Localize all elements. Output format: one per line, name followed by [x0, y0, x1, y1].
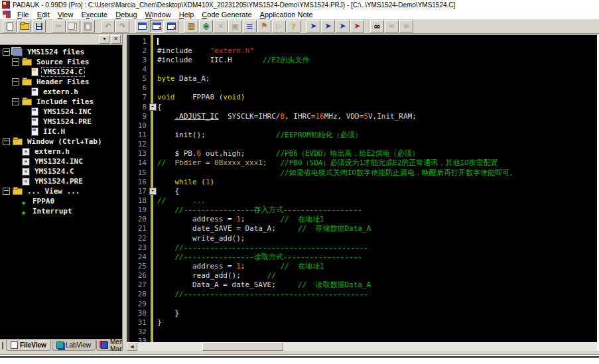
undo-button[interactable] — [101, 20, 115, 32]
menu-help[interactable]: Help — [175, 11, 198, 19]
program-writer-button[interactable] — [257, 20, 271, 32]
scroll-left-arrow-icon[interactable]: ◀ — [127, 342, 137, 351]
code-line-14[interactable]: 14// Pbdier = 0Bxxxx_xxx1; //PB0（SDA）必须设… — [127, 158, 597, 168]
code-line-4[interactable]: 4 — [127, 64, 597, 74]
help-button[interactable] — [287, 20, 300, 32]
code-option-button[interactable] — [243, 20, 257, 32]
code-line-15[interactable]: 15 //如需省电模式关闭IO数字使能防止漏电，唤醒后再打开数字使能即可。 — [127, 168, 597, 177]
save-button[interactable] — [32, 20, 46, 32]
code-line-11[interactable]: 11 init(); //EEPROM初始化（必须） — [127, 130, 597, 139]
code-line-18[interactable]: 18// ... — [127, 196, 597, 205]
debug-step-into-button[interactable] — [321, 20, 335, 32]
panel-close-button[interactable]: ✕ — [111, 35, 121, 44]
tree-item-yms1524-inc[interactable]: YMS1524.INC — [1, 107, 122, 117]
code-line-30[interactable]: 30┘ } — [127, 308, 597, 318]
scrollbar-thumb[interactable] — [202, 342, 283, 351]
code-line-33[interactable]: 33 — [127, 337, 597, 343]
code-line-1[interactable]: 1 — [127, 36, 597, 46]
tab-fileview[interactable]: FileView — [6, 340, 51, 351]
code-line-8[interactable]: 8-{ — [127, 102, 597, 111]
collapse-icon[interactable] — [3, 138, 10, 145]
find-prev-button[interactable] — [399, 20, 413, 32]
tree-item-window-ctrl-tab-[interactable]: Window (Ctrl+Tab) — [1, 137, 122, 147]
new-button[interactable] — [3, 20, 17, 32]
panel-corner-button[interactable] — [2, 342, 3, 349]
tree-item-header-files[interactable]: Header Files — [1, 77, 122, 87]
editor-horizontal-scrollbar[interactable]: ◀ — [127, 342, 597, 351]
copy-button[interactable] — [66, 20, 80, 32]
find-button[interactable] — [370, 20, 384, 32]
code-line-9[interactable]: 9 .ADJUST_IC SYSCLK=IHRC/8, IHRC=16MHz, … — [127, 111, 597, 121]
panel-splitter[interactable] — [122, 34, 127, 351]
code-line-25[interactable]: 25 address = 1; // 在地址1 — [127, 261, 597, 271]
code-line-23[interactable]: 23 //-----------------------------------… — [127, 243, 597, 252]
find-next-button[interactable] — [385, 20, 399, 32]
menu-edit[interactable]: Edit — [33, 11, 54, 19]
scrollbar-track[interactable] — [137, 342, 597, 351]
code-line-16[interactable]: 16 while (1) — [127, 177, 597, 186]
menu-application-note[interactable]: Application Note — [256, 11, 317, 19]
menu-execute[interactable]: Execute — [77, 11, 111, 19]
code-line-3[interactable]: 3#include IIC.H //E2的头文件 — [127, 55, 597, 64]
tree-item-yms1524-c[interactable]: YMS1524.C — [1, 166, 122, 176]
code-line-26[interactable]: 26 read_add(); // — [127, 271, 597, 280]
tree-item-extern-h[interactable]: extern.h — [1, 147, 122, 156]
code-line-24[interactable]: 24 //----------------读取方式---------------… — [127, 252, 597, 261]
tree-item-yms1524-files[interactable]: YMS1524 files — [1, 47, 122, 57]
code-line-17[interactable]: 17- { — [127, 186, 597, 196]
code-line-5[interactable]: 5byte Data_A; — [127, 74, 597, 84]
collapse-icon[interactable] — [3, 48, 10, 56]
code-line-20[interactable]: 20 address = 1; // 在地址1 — [127, 215, 597, 224]
tree-item-yms1524-pre[interactable]: YMS1524.PRE — [1, 117, 122, 127]
window-cascade-button[interactable] — [135, 20, 149, 32]
code-line-29[interactable]: 29 — [127, 299, 597, 308]
compile-button[interactable] — [184, 20, 198, 32]
menu-code-generate[interactable]: Code Generate — [198, 11, 255, 19]
window-output-button[interactable] — [150, 20, 164, 32]
tab-labview[interactable]: LabView — [52, 340, 96, 351]
open-button[interactable] — [17, 20, 31, 32]
tree-item-yms1524-c[interactable]: YMS1524.C — [1, 67, 122, 77]
collapse-icon[interactable] — [12, 58, 19, 66]
menu-view[interactable]: View — [54, 11, 78, 19]
collapse-icon[interactable] — [3, 188, 10, 195]
code-line-31[interactable]: 31┘} — [127, 318, 597, 327]
menu-file[interactable]: File — [13, 11, 33, 19]
debug-reset-button[interactable] — [350, 20, 364, 32]
build-button[interactable] — [199, 20, 213, 32]
tree-item-yms1324-inc[interactable]: YMS1324.INC — [1, 156, 122, 166]
code-line-32[interactable]: 32 — [127, 327, 597, 336]
tree-item-yms1524-pre[interactable]: YMS1524.PRE — [1, 176, 122, 186]
tree-item-interrupt[interactable]: Interrupt — [1, 206, 122, 216]
code-line-19[interactable]: 19 //----------------存入方式---------------… — [127, 206, 597, 215]
collapse-icon[interactable] — [12, 78, 19, 86]
rebuild-button[interactable] — [228, 20, 242, 32]
fold-collapse-icon[interactable]: - — [149, 103, 157, 111]
code-line-13[interactable]: 13 $ PB.6 out,high; //PB6（EVDD）输出高，给E2供电… — [127, 149, 597, 158]
window-project-button[interactable] — [165, 20, 178, 32]
panel-dock-menu-button[interactable]: ▾ — [100, 35, 109, 44]
code-line-12[interactable]: 12 — [127, 140, 597, 149]
tree-item--view-[interactable]: ... View ... — [1, 186, 122, 196]
menu-window[interactable]: Window — [141, 11, 175, 19]
tree-item-include-files[interactable]: Include files — [1, 97, 122, 107]
simulate-button[interactable] — [272, 20, 286, 32]
cut-button[interactable] — [52, 20, 66, 32]
code-line-27[interactable]: 27 Data_A = date_SAVE; // 读取数据Data_A — [127, 280, 597, 290]
code-line-22[interactable]: 22 write_add(); — [127, 233, 597, 243]
code-line-6[interactable]: 6 — [127, 84, 597, 93]
debug-step-over-button[interactable] — [336, 20, 350, 32]
code-line-10[interactable]: 10 — [127, 121, 597, 130]
collapse-icon[interactable] — [12, 98, 19, 105]
code-line-2[interactable]: 2#include "extern.h" — [127, 46, 597, 55]
code-line-28[interactable]: 28 //-----------------------------------… — [127, 290, 597, 299]
debug-run-button[interactable] — [306, 20, 320, 32]
code-line-7[interactable]: 7void FPPA0 (void) — [127, 93, 597, 102]
stop-build-button[interactable] — [214, 20, 228, 32]
redo-button[interactable] — [115, 20, 129, 32]
tree-item-source-files[interactable]: Source Files — [1, 57, 122, 67]
tree-item-iic-h[interactable]: IIC.H — [1, 127, 122, 137]
code-line-21[interactable]: 21 date_SAVE = Data_A; // 存储数据Data_A — [127, 224, 597, 233]
paste-button[interactable] — [81, 20, 95, 32]
tree-item-fppa0[interactable]: FPPA0 — [1, 196, 122, 206]
